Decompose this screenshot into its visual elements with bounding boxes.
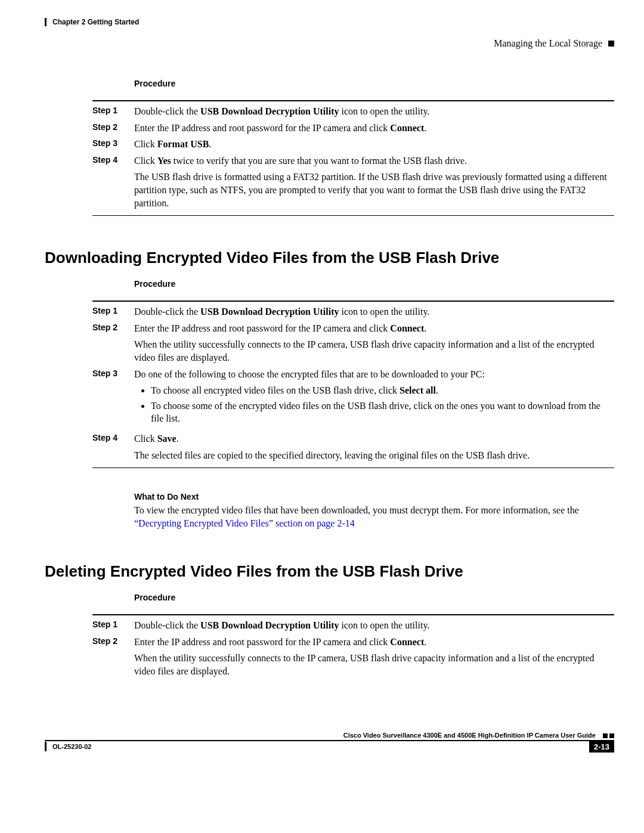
square-icon [609,733,614,738]
step-label: Step 3 [92,368,134,379]
header-square-icon [608,41,614,47]
procedure-label: Procedure [134,593,614,602]
step-content: Enter the IP address and root password f… [134,322,614,364]
step-note: When the utility successfully connects t… [134,338,614,364]
step-row: Step 3 Click Format USB. [92,138,614,151]
step-content: Click Format USB. [134,138,614,151]
step-label: Step 1 [92,305,134,317]
header-chapter: Chapter 2 Getting Started [52,18,139,26]
bullet-item: To choose all encrypted video files on t… [151,384,614,397]
procedure-label: Procedure [134,79,614,88]
step-row: Step 3 Do one of the following to choose… [92,368,614,429]
square-icon [603,733,608,738]
step-content: Click Save. The selected files are copie… [134,432,614,462]
section-title-downloading: Downloading Encrypted Video Files from t… [45,249,614,267]
footer-guide-title: Cisco Video Surveillance 4300E and 4500E… [343,732,596,739]
cross-ref-link[interactable]: “Decrypting Encrypted Video Files” secti… [134,518,355,528]
procedure-label: Procedure [134,279,614,289]
header-section: Managing the Local Storage [494,38,602,49]
step-row: Step 1 Double-click the USB Download Dec… [92,105,614,118]
step-row: Step 2 Enter the IP address and root pas… [92,322,614,364]
step-content: Double-click the USB Download Decryption… [134,105,614,118]
what-to-do-next-text: To view the encrypted video files that h… [134,504,614,529]
step-row: Step 1 Double-click the USB Download Dec… [92,305,614,318]
step-content: Click Yes twice to verify that you are s… [134,154,614,209]
step-content: Enter the IP address and root password f… [134,122,614,135]
header-section-wrap: Managing the Local Storage [45,38,614,49]
step-label: Step 4 [92,432,134,444]
page-footer: Cisco Video Surveillance 4300E and 4500E… [45,732,614,753]
what-to-do-next-label: What to Do Next [134,492,614,501]
step-note: The USB flash drive is formatted using a… [134,171,614,209]
step-content: Double-click the USB Download Decryption… [134,619,614,632]
step-row: Step 2 Enter the IP address and root pas… [92,636,614,678]
step-label: Step 4 [92,154,134,166]
section-title-deleting: Deleting Encrypted Video Files from the … [45,562,614,581]
step-content: Do one of the following to choose the en… [134,368,614,429]
step-note: The selected files are copied to the spe… [134,449,614,462]
step-row: Step 2 Enter the IP address and root pas… [92,122,614,135]
page-number: 2-13 [589,741,614,753]
step-label: Step 1 [92,619,134,630]
step-row: Step 4 Click Yes twice to verify that yo… [92,154,614,209]
step-content: Enter the IP address and root password f… [134,636,614,678]
page-header: Chapter 2 Getting Started [45,18,614,26]
step-row: Step 4 Click Save. The selected files ar… [92,432,614,462]
step-label: Step 2 [92,122,134,133]
step-label: Step 2 [92,636,134,647]
bullet-item: To choose some of the encrypted video fi… [151,400,614,425]
step-row: Step 1 Double-click the USB Download Dec… [92,619,614,632]
step-content: Double-click the USB Download Decryption… [134,305,614,318]
step-label: Step 1 [92,105,134,116]
step-label: Step 3 [92,138,134,149]
step-note: When the utility successfully connects t… [134,652,614,677]
step-label: Step 2 [92,322,134,333]
footer-doc-id: OL-25230-02 [52,743,91,750]
